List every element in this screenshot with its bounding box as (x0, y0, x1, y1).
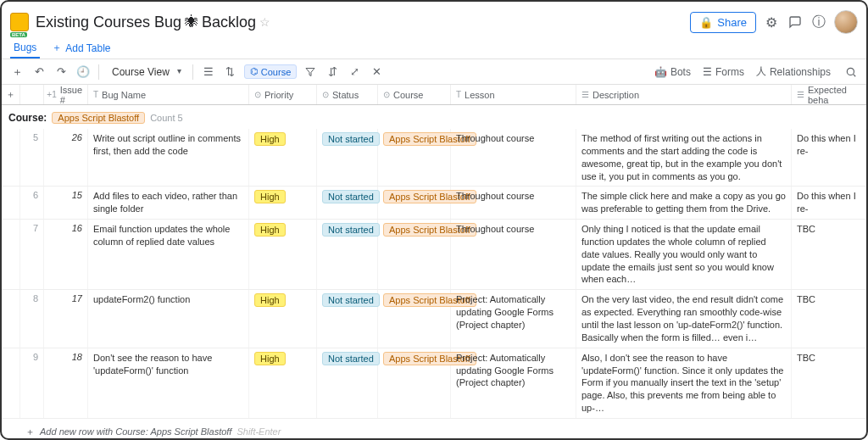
relationships-link[interactable]: 人Relationships (756, 64, 831, 79)
row-index: 8 (20, 290, 44, 347)
add-column-left-icon[interactable]: ＋ (2, 85, 20, 104)
cell-status[interactable]: Not started (317, 129, 378, 186)
history-icon[interactable]: 🕘 (75, 64, 92, 81)
plus-icon: ＋ (25, 426, 35, 438)
redo-icon[interactable]: ↷ (53, 64, 70, 81)
cell-priority[interactable]: High (249, 129, 317, 186)
cell-bug-name[interactable]: Email function updates the whole column … (88, 220, 249, 289)
grid-body[interactable]: Course: Apps Script Blastoff Count 5 526… (2, 105, 866, 440)
add-row-icon[interactable]: ＋ (8, 64, 25, 81)
table-row[interactable]: 716Email function updates the whole colu… (2, 220, 866, 290)
cell-lesson[interactable]: Throughout course (451, 129, 576, 186)
cell-description[interactable]: Only thing I noticed is that the update … (576, 220, 792, 289)
add-table-button[interactable]: ＋ Add Table (52, 41, 110, 55)
form-icon: ☰ (703, 66, 712, 78)
close-icon[interactable]: ✕ (368, 64, 385, 81)
group-by-pill[interactable]: ⌬ Course (244, 64, 297, 79)
share-button[interactable]: 🔒 Share (690, 12, 756, 33)
cell-description[interactable]: The method of first writing out the acti… (576, 129, 792, 186)
robot-icon: 🤖 (654, 66, 667, 78)
cell-lesson[interactable]: Project: Automatically updating Google F… (451, 290, 576, 347)
cell-expected[interactable]: TBC (792, 290, 866, 347)
cell-expected[interactable]: TBC (792, 220, 866, 289)
avatar[interactable] (834, 10, 858, 34)
col-description[interactable]: ☰Description (576, 85, 792, 104)
app-logo-icon (10, 13, 29, 31)
undo-icon[interactable]: ↶ (31, 64, 47, 81)
row-gutter (2, 290, 20, 347)
plus-icon: ＋ (52, 41, 62, 55)
cell-course[interactable]: Apps Script Blastoff (378, 348, 451, 418)
cell-bug-name[interactable]: updateForm2() function (88, 290, 249, 347)
group-header[interactable]: Course: Apps Script Blastoff Count 5 (2, 105, 866, 129)
cell-course[interactable]: Apps Script Blastoff (378, 290, 451, 347)
row-index: 5 (20, 129, 44, 186)
table-row[interactable]: 918Don't see the reason to have 'updateF… (2, 348, 866, 419)
col-bug-name[interactable]: TBug Name (88, 85, 249, 104)
cell-lesson[interactable]: Throughout course (451, 187, 576, 219)
relationship-icon: 人 (756, 64, 766, 79)
cell-course[interactable]: Apps Script Blastoff (378, 129, 451, 186)
chevron-down-icon: ⊙ (254, 90, 261, 99)
col-lesson[interactable]: TLesson (451, 85, 576, 104)
table-row[interactable]: 526Write out script outline in comments … (2, 129, 866, 187)
row-height-icon[interactable]: ⇅ (222, 64, 239, 81)
cell-description[interactable]: On the very last video, the end result d… (576, 290, 792, 347)
group-chip: Apps Script Blastoff (52, 112, 145, 124)
sort-icon[interactable]: ⇵ (324, 64, 341, 81)
help-icon[interactable]: ⓘ (810, 14, 827, 31)
cell-expected[interactable]: Do this when I re- (792, 187, 866, 219)
cell-priority[interactable]: High (249, 348, 317, 418)
align-icon: ☰ (581, 90, 589, 99)
row-gutter (2, 220, 20, 289)
cell-course[interactable]: Apps Script Blastoff (378, 220, 451, 289)
col-course[interactable]: ⊙Course (378, 85, 451, 104)
list-view-icon[interactable]: ☰ (200, 64, 217, 81)
document-title[interactable]: Existing Courses Bug 🕷 Backlog ☆ (36, 14, 270, 31)
chevron-down-icon: ⊙ (322, 90, 329, 99)
cell-bug-name[interactable]: Add files to each video, rather than sin… (88, 187, 249, 219)
cell-status[interactable]: Not started (317, 290, 378, 347)
chevron-down-icon: ⊙ (383, 90, 390, 99)
view-selector[interactable]: Course View (106, 64, 186, 81)
col-issue[interactable]: +1Issue # (44, 85, 88, 104)
cell-issue[interactable]: 15 (44, 187, 88, 219)
forms-link[interactable]: ☰Forms (703, 66, 744, 78)
bots-link[interactable]: 🤖Bots (654, 66, 691, 78)
cell-status[interactable]: Not started (317, 220, 378, 289)
table-row[interactable]: 817updateForm2() functionHighNot started… (2, 290, 866, 348)
cell-priority[interactable]: High (249, 290, 317, 347)
star-icon[interactable]: ☆ (259, 15, 270, 29)
cell-bug-name[interactable]: Don't see the reason to have 'updateForm… (88, 348, 249, 418)
cell-issue[interactable]: 18 (44, 348, 88, 418)
search-icon[interactable] (843, 64, 860, 81)
cell-expected[interactable]: TBC (792, 348, 866, 418)
cell-issue[interactable]: 26 (44, 129, 88, 186)
cell-bug-name[interactable]: Write out script outline in comments fir… (88, 129, 249, 186)
cell-status[interactable]: Not started (317, 348, 378, 418)
svg-point-1 (847, 68, 854, 75)
svg-marker-0 (306, 68, 314, 75)
tab-bugs[interactable]: Bugs (10, 38, 40, 58)
row-gutter (2, 187, 20, 219)
cell-issue[interactable]: 16 (44, 220, 88, 289)
col-expected[interactable]: ☰Expected beha (792, 85, 866, 104)
cell-issue[interactable]: 17 (44, 290, 88, 347)
cell-priority[interactable]: High (249, 187, 317, 219)
cell-priority[interactable]: High (249, 220, 317, 289)
cell-expected[interactable]: Do this when I re- (792, 129, 866, 186)
cell-course[interactable]: Apps Script Blastoff (378, 187, 451, 219)
gear-icon[interactable]: ⚙ (763, 14, 780, 31)
col-priority[interactable]: ⊙Priority (249, 85, 317, 104)
add-new-row[interactable]: ＋ Add new row with Course: Apps Script B… (2, 419, 866, 440)
filter-icon[interactable] (302, 64, 319, 81)
cell-lesson[interactable]: Throughout course (451, 220, 576, 289)
expand-icon[interactable]: ⤢ (346, 64, 363, 81)
col-status[interactable]: ⊙Status (317, 85, 378, 104)
cell-description[interactable]: The simple click here and make a copy as… (576, 187, 792, 219)
comment-icon[interactable] (787, 14, 804, 31)
cell-description[interactable]: Also, I don't see the reason to have 'up… (576, 348, 792, 418)
cell-lesson[interactable]: Project: Automatically updating Google F… (451, 348, 576, 418)
table-row[interactable]: 615Add files to each video, rather than … (2, 187, 866, 220)
cell-status[interactable]: Not started (317, 187, 378, 219)
